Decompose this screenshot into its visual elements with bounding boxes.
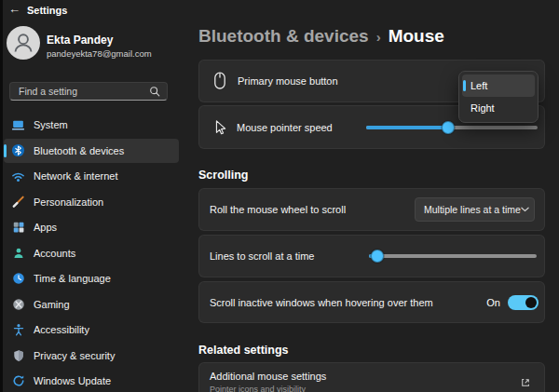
- sidebar-item-label: Accessibility: [34, 324, 89, 335]
- pointer-speed-slider[interactable]: [366, 126, 538, 129]
- apps-icon: [11, 221, 25, 235]
- system-icon: [11, 118, 25, 132]
- wheel-scroll-value: Multiple lines at a time: [424, 204, 521, 215]
- primary-button-dropdown-flyout: Left Right: [458, 71, 539, 123]
- lines-scroll-row: Lines to scroll at a time: [198, 235, 545, 277]
- breadcrumb: Bluetooth & devices›Mouse: [198, 26, 444, 47]
- accessibility-icon: [11, 323, 25, 337]
- sidebar-item-network-internet[interactable]: Network & internet: [4, 164, 179, 188]
- pointer-speed-label: Mouse pointer speed: [237, 122, 333, 133]
- person-icon: [7, 27, 39, 59]
- related-settings-header: Related settings: [198, 344, 289, 357]
- personalization-icon: [11, 195, 25, 209]
- inactive-scroll-toggle[interactable]: [508, 295, 539, 310]
- external-link-icon[interactable]: [520, 377, 531, 388]
- search-box[interactable]: [9, 82, 168, 101]
- additional-settings-subtitle: Pointer icons and visibility: [210, 385, 544, 392]
- sidebar-item-time-language[interactable]: Time & language: [4, 266, 179, 291]
- bluetooth-icon: [11, 143, 25, 157]
- search-icon[interactable]: [149, 86, 160, 97]
- sidebar-item-apps[interactable]: Apps: [4, 215, 179, 239]
- breadcrumb-separator: ›: [376, 29, 381, 45]
- profile-name: Ekta Pandey: [47, 34, 113, 47]
- additional-settings-title: Additional mouse settings: [210, 371, 544, 382]
- wheel-scroll-row: Roll the mouse wheel to scroll Multiple …: [198, 188, 545, 231]
- sidebar-item-label: System: [34, 119, 68, 130]
- selection-accent-bar: [463, 80, 466, 91]
- sidebar-item-label: Network & internet: [34, 170, 117, 182]
- sidebar-item-accessibility[interactable]: Accessibility: [4, 318, 179, 342]
- wheel-scroll-label: Roll the mouse wheel to scroll: [210, 204, 346, 215]
- window-edge: [0, 0, 3, 392]
- sidebar-item-label: Windows Update: [34, 375, 111, 386]
- mouse-icon: [212, 71, 227, 91]
- dropdown-option-label: Left: [470, 80, 487, 91]
- sidebar-item-label: Bluetooth & devices: [34, 145, 124, 156]
- sidebar-item-bluetooth-devices[interactable]: Bluetooth & devices: [4, 139, 179, 163]
- page-title: Mouse: [389, 26, 444, 46]
- sidebar-item-label: Accounts: [34, 248, 75, 259]
- accounts-icon: [11, 246, 25, 260]
- sidebar-item-privacy-security[interactable]: Privacy & security: [4, 344, 179, 368]
- lines-scroll-slider[interactable]: [369, 254, 537, 258]
- sidebar-item-label: Privacy & security: [34, 350, 115, 361]
- sidebar-item-label: Personalization: [34, 196, 103, 208]
- time-language-icon: [11, 272, 25, 286]
- dropdown-option-label: Right: [470, 102, 495, 114]
- profile-email: pandeyekta78@gmail.com: [47, 48, 152, 59]
- sidebar-item-label: Time & language: [34, 273, 111, 284]
- network-icon: [11, 169, 25, 183]
- window-title: Settings: [27, 5, 67, 16]
- search-input[interactable]: [10, 86, 149, 97]
- inactive-scroll-label: Scroll inactive windows when hovering ov…: [210, 297, 433, 308]
- slider-fill: [366, 126, 448, 129]
- cursor-icon: [212, 119, 227, 136]
- wheel-scroll-dropdown[interactable]: Multiple lines at a time: [415, 197, 535, 222]
- avatar[interactable]: [7, 26, 40, 60]
- sidebar-item-system[interactable]: System: [4, 113, 179, 137]
- additional-mouse-settings-row[interactable]: Additional mouse settings Pointer icons …: [198, 362, 545, 392]
- dropdown-option-left[interactable]: Left: [462, 74, 535, 97]
- sidebar-item-gaming[interactable]: Gaming: [4, 292, 179, 317]
- scrolling-section-header: Scrolling: [198, 169, 248, 182]
- privacy-icon: [11, 348, 25, 362]
- sidebar-item-label: Gaming: [34, 299, 70, 310]
- windows-update-icon: [11, 374, 25, 388]
- gaming-icon: [11, 297, 25, 311]
- back-arrow-icon[interactable]: ←: [8, 2, 20, 16]
- toggle-knob: [525, 297, 537, 308]
- pointer-speed-slider-thumb[interactable]: [442, 121, 455, 134]
- lines-scroll-label: Lines to scroll at a time: [210, 250, 315, 262]
- dropdown-option-right[interactable]: Right: [462, 97, 535, 119]
- breadcrumb-parent[interactable]: Bluetooth & devices: [198, 26, 369, 46]
- sidebar: System Bluetooth & devices Network & int…: [4, 113, 179, 392]
- sidebar-item-label: Apps: [34, 222, 57, 233]
- primary-mouse-button-label: Primary mouse button: [238, 75, 338, 87]
- selection-accent-bar: [4, 144, 7, 157]
- lines-scroll-slider-thumb[interactable]: [371, 250, 384, 263]
- sidebar-item-personalization[interactable]: Personalization: [4, 190, 179, 214]
- settings-window: { "window": { "back_glyph": "\u2190", "t…: [0, 0, 559, 392]
- inactive-scroll-row: Scroll inactive windows when hovering ov…: [198, 281, 545, 323]
- toggle-state-label: On: [486, 297, 500, 308]
- sidebar-item-windows-update[interactable]: Windows Update: [4, 369, 179, 392]
- sidebar-item-accounts[interactable]: Accounts: [4, 241, 179, 265]
- chevron-down-icon: [521, 207, 529, 212]
